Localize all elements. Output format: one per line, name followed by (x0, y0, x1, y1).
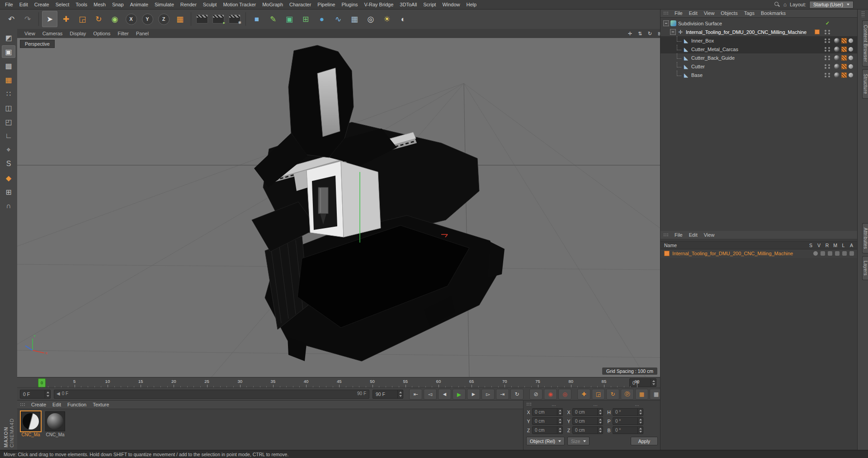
visibility-dots[interactable] (825, 56, 830, 60)
z-axis-lock-button[interactable]: Z (156, 11, 171, 27)
visibility-dot-icon[interactable] (825, 64, 826, 66)
polygons-mode-button[interactable]: ◰ (2, 115, 15, 128)
render-toggle[interactable] (828, 251, 832, 256)
previous-key-button[interactable]: ◅ (424, 389, 437, 400)
visibility-dots[interactable] (825, 38, 830, 43)
panel-grip[interactable] (861, 11, 865, 17)
visibility-dot-icon[interactable] (828, 33, 830, 34)
coordinate-field-z-1[interactable]: 0 cm (572, 426, 603, 434)
viewport-menu-panel[interactable]: Panel (132, 30, 152, 37)
spinner[interactable] (597, 427, 603, 434)
object-row-internal-tooling-for-dmu-200-cnc-milling-machine[interactable]: ✛Internal_Tooling_for_DMU_200_CNC_Millin… (660, 28, 858, 36)
visibility-dot-icon[interactable] (825, 38, 826, 40)
menu-mesh[interactable]: Mesh (90, 1, 109, 8)
panel-grip[interactable] (20, 403, 26, 407)
material-menu-texture[interactable]: Texture (90, 401, 112, 408)
spinner[interactable] (397, 390, 403, 398)
visibility-dot-icon[interactable] (825, 33, 826, 34)
visibility-dot-icon[interactable] (828, 58, 830, 60)
spinner[interactable] (651, 379, 656, 386)
viewport-canvas[interactable]: Y X (17, 38, 660, 377)
object-row-cutter[interactable]: ◣Cutter (660, 62, 858, 71)
material-tag-icon[interactable] (834, 64, 840, 69)
phong-tag-icon[interactable] (849, 56, 853, 60)
menu-file[interactable]: File (2, 1, 16, 8)
coordinate-field-z-0[interactable]: 0 cm (532, 426, 563, 434)
coordinate-field-y-1[interactable]: 0 cm (572, 417, 603, 425)
undo-button[interactable]: ↶ (4, 11, 19, 27)
visibility-dot-icon[interactable] (828, 67, 830, 69)
coordinate-field-y-0[interactable]: 0 cm (532, 417, 563, 425)
previous-frame-button[interactable]: ◄ (438, 389, 451, 400)
panel-grip[interactable] (526, 402, 532, 406)
viewport-menu-options[interactable]: Options (90, 30, 114, 37)
coordinate-field-b-2[interactable]: 0 ° (613, 426, 643, 434)
snap-mode-button[interactable]: S (2, 157, 15, 170)
object-row-subdivision-surface[interactable]: Subdivision Surface✓ (660, 19, 858, 28)
menu-3dtoall[interactable]: 3DToAll (396, 1, 420, 8)
coordinate-field-x-1[interactable]: 0 cm (572, 408, 603, 416)
object-row-base[interactable]: ◣Base (660, 71, 858, 79)
panel-grip[interactable] (663, 233, 669, 237)
material-menu-create[interactable]: Create (28, 401, 49, 408)
material-tag-icon[interactable] (834, 55, 840, 61)
simulation-button[interactable]: ● (314, 11, 330, 27)
visibility-dot-icon[interactable] (825, 58, 826, 60)
visibility-dots[interactable] (825, 73, 830, 77)
lock-workplane-button[interactable]: ⊞ (2, 186, 15, 198)
live-selection-button[interactable]: ➤ (42, 11, 57, 27)
spinner[interactable] (557, 409, 562, 415)
menu-edit[interactable]: Edit (16, 1, 31, 8)
coordinate-field-h-2[interactable]: 0 ° (613, 408, 643, 416)
paint-tool-button[interactable]: ◆ (2, 172, 15, 184)
rotate-tool-button[interactable]: ↻ (91, 11, 106, 27)
camera-button[interactable]: ◎ (363, 11, 378, 27)
move-tool-button[interactable]: ✚ (58, 11, 74, 27)
rotate-view-button[interactable]: ↻ (646, 30, 654, 37)
texture-mode-button[interactable]: ▩ (2, 59, 15, 72)
om-menu-view[interactable]: View (701, 10, 718, 16)
y-axis-lock-button[interactable]: Y (140, 11, 155, 27)
solo-toggle[interactable] (813, 251, 818, 256)
om-menu-file[interactable]: File (671, 10, 686, 16)
edges-mode-button[interactable]: ◫ (2, 101, 15, 114)
key-parameter-button[interactable]: Ⓟ (621, 389, 634, 400)
menu-select[interactable]: Select (52, 1, 73, 8)
object-row-inner-box[interactable]: ◣Inner_Box (660, 36, 858, 45)
next-frame-button[interactable]: ► (467, 389, 480, 400)
search-icon[interactable] (774, 2, 780, 8)
visibility-dot-icon[interactable] (825, 56, 826, 57)
visibility-dot-icon[interactable] (825, 30, 826, 32)
spinner[interactable] (637, 409, 643, 415)
animate-toggle[interactable] (849, 251, 854, 256)
om-menu-tags[interactable]: Tags (741, 10, 758, 16)
visibility-dots[interactable] (825, 30, 830, 34)
texture-tag-icon[interactable] (841, 47, 847, 52)
make-editable-button[interactable]: ◩ (2, 31, 15, 44)
phong-tag-icon[interactable] (849, 73, 853, 77)
preview-range-slider[interactable]: ◀ 0 F 90 F (54, 390, 369, 399)
magnet-snap-button[interactable]: ∩ (2, 200, 15, 212)
apply-button[interactable]: Apply (631, 437, 658, 445)
enabled-check-icon[interactable]: ✓ (826, 20, 830, 26)
texture-tag-icon[interactable] (841, 55, 847, 61)
phong-tag-icon[interactable] (849, 64, 853, 69)
current-frame-field[interactable]: 0 F (20, 390, 51, 399)
coordinate-system-button[interactable]: ▦ (172, 11, 188, 27)
om-menu-edit[interactable]: Edit (686, 10, 701, 16)
end-frame-field[interactable]: 90 F (373, 390, 403, 399)
visibility-dot-icon[interactable] (825, 50, 826, 52)
object-row-cutter-metal-carcas[interactable]: ◣Cutter_Metal_Carcas (660, 45, 858, 53)
pan-view-button[interactable]: ✛ (626, 30, 634, 37)
visibility-dot-icon[interactable] (828, 47, 830, 49)
spinner[interactable] (637, 418, 643, 425)
visibility-dot-icon[interactable] (828, 56, 830, 57)
manager-toggle[interactable] (835, 251, 840, 256)
render-view-button[interactable] (194, 11, 210, 27)
visibility-dot-icon[interactable] (828, 50, 830, 52)
spinner[interactable] (637, 427, 643, 434)
menu-mograph[interactable]: MoGraph (259, 1, 286, 8)
viewport-solo-button[interactable]: ⌖ (2, 143, 15, 156)
lock-toggle[interactable] (842, 251, 847, 256)
material-tag-icon[interactable] (834, 38, 840, 43)
